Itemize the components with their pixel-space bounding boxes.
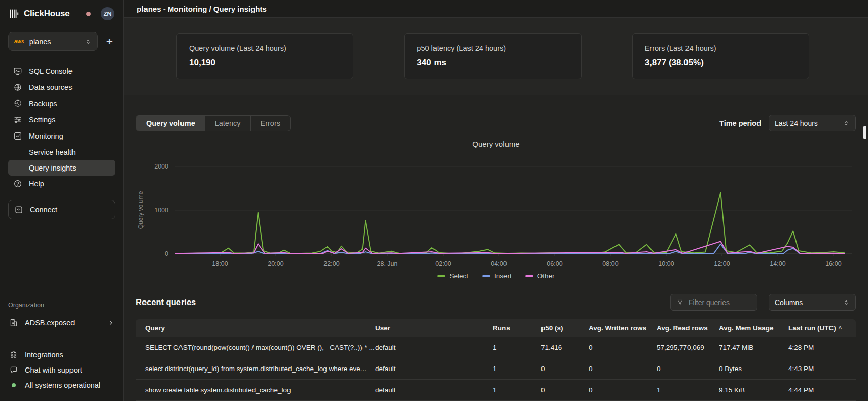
status-dot-icon (9, 381, 18, 390)
logo-text: ClickHouse (24, 9, 70, 19)
tabs-row: Query volume Latency Errors Time period … (136, 115, 856, 131)
cell-runs: 1 (493, 365, 541, 373)
table-header-row: QueryUserRunsp50 (s)Avg. Written rowsAvg… (136, 319, 856, 337)
sidebar-nav: SQL ConsoleData sourcesBackupsSettingsMo… (8, 63, 115, 192)
column-header-user[interactable]: User (375, 324, 493, 332)
organization-label: Organization (8, 302, 115, 309)
recent-queries-section: Recent queries Filter queries Columns (136, 294, 856, 401)
add-service-button[interactable]: + (104, 36, 115, 47)
legend-swatch (482, 275, 490, 277)
avatar[interactable]: ZN (101, 7, 114, 20)
legend-swatch (437, 275, 445, 277)
help-icon (13, 179, 22, 188)
columns-label: Columns (775, 298, 803, 307)
table-row[interactable]: SELECT CAST(round(pow(count() / max(coun… (136, 337, 856, 358)
sidebar-item-label: Service health (29, 148, 76, 156)
chart-title: Query volume (136, 140, 856, 148)
cell-avg-written-rows: 0 (589, 386, 657, 394)
clickhouse-logo-icon (9, 9, 19, 19)
stat-value: 3,877 (38.05%) (645, 58, 797, 68)
cell-avg-read-rows: 1 (657, 386, 719, 394)
cell-p50-s: 71.416 (541, 344, 589, 351)
cell-p50-s: 0 (541, 365, 589, 373)
table-row[interactable]: select distrinct(query_id) from system.d… (136, 358, 856, 380)
table-row[interactable]: show create table system.distributed_cac… (136, 380, 856, 401)
chart-canvas[interactable]: 01000200018:0020:0022:0028. Jun02:0004:0… (136, 149, 856, 271)
organization-section: Organization ADSB.exposed (8, 302, 115, 330)
sidebar-item-help[interactable]: Help (8, 176, 115, 192)
scrollbar-thumb[interactable] (863, 126, 866, 139)
cell-avg-written-rows: 0 (589, 365, 657, 373)
sidebar-item-data-sources[interactable]: Data sources (8, 79, 115, 95)
sidebar-item-backups[interactable]: Backups (8, 95, 115, 112)
footer-item-label: All systems operational (25, 381, 100, 389)
chevrons-up-down-icon (843, 299, 850, 306)
legend-item-other[interactable]: Other (525, 272, 555, 280)
column-header-query[interactable]: Query (145, 324, 375, 332)
sidebar-item-monitoring[interactable]: Monitoring (8, 128, 115, 144)
cell-user: default (375, 386, 493, 394)
x-tick-label: 10:00 (658, 260, 674, 268)
connect-button[interactable]: Connect (8, 200, 115, 219)
time-period-control: Time period Last 24 hours (719, 115, 856, 131)
x-tick-label: 28. Jun (377, 260, 397, 268)
sidebar-subitem-query-insights[interactable]: Query insights (8, 160, 115, 176)
column-header-p50-s[interactable]: p50 (s) (541, 324, 589, 332)
sidebar-subitem-service-health[interactable]: Service health (8, 144, 115, 160)
y-axis-label: Query volume (137, 191, 144, 229)
settings-icon (13, 115, 22, 124)
x-tick-label: 16:00 (825, 260, 841, 268)
monitoring-icon (13, 131, 22, 141)
tab-latency[interactable]: Latency (205, 116, 251, 131)
column-header-avg-mem-usage[interactable]: Avg. Mem Usage (719, 324, 788, 332)
puzzle-icon (9, 350, 18, 359)
column-header-avg-read-rows[interactable]: Avg. Read rows (657, 324, 719, 332)
organization-item[interactable]: ADSB.exposed (8, 315, 115, 330)
chevron-right-icon (107, 319, 114, 326)
service-name: planes (29, 38, 51, 46)
column-header-runs[interactable]: Runs (493, 324, 541, 332)
y-tick-label: 0 (165, 250, 168, 257)
x-tick-label: 12:00 (714, 260, 730, 268)
chevrons-up-down-icon (843, 120, 850, 127)
time-period-select[interactable]: Last 24 hours (769, 115, 856, 131)
aws-provider-icon: aws (14, 39, 24, 44)
connect-label: Connect (30, 206, 57, 214)
service-selector[interactable]: aws planes (8, 32, 98, 51)
stat-card-p50-latency: p50 latency (Last 24 hours) 340 ms (404, 33, 581, 79)
tab-query-volume[interactable]: Query volume (136, 116, 205, 131)
sidebar-footer-integrations[interactable]: Integrations (9, 347, 114, 362)
legend-label: Insert (494, 272, 512, 280)
filter-queries-input[interactable]: Filter queries (670, 294, 757, 311)
connect-icon (14, 205, 23, 214)
legend-label: Other (537, 272, 555, 280)
legend-item-insert[interactable]: Insert (482, 272, 512, 280)
sidebar-footer-chat-with-support[interactable]: Chat with support (9, 362, 114, 378)
filter-placeholder: Filter queries (689, 298, 730, 307)
sidebar-footer-all-systems-operational[interactable]: All systems operational (9, 378, 114, 393)
sidebar-item-label: SQL Console (29, 67, 73, 75)
tab-errors[interactable]: Errors (251, 116, 290, 131)
chart-tab-group: Query volume Latency Errors (136, 115, 291, 131)
cell-query: SELECT CAST(round(pow(count() / max(coun… (145, 344, 375, 351)
sidebar-item-label: Help (29, 180, 44, 188)
building-icon (9, 318, 18, 327)
column-header-last-run-utc[interactable]: Last run (UTC)^ (788, 324, 856, 332)
stat-card-errors: Errors (Last 24 hours) 3,877 (38.05%) (632, 33, 809, 79)
chat-icon (9, 365, 18, 375)
service-row: aws planes + (8, 32, 115, 51)
sidebar-item-sql-console[interactable]: SQL Console (8, 63, 115, 79)
legend-item-select[interactable]: Select (437, 272, 468, 280)
stat-value: 340 ms (417, 58, 568, 68)
sidebar-footer: IntegrationsChat with supportAll systems… (8, 339, 115, 396)
chevrons-up-down-icon (85, 38, 92, 45)
funnel-icon (676, 298, 684, 306)
column-header-avg-written-rows[interactable]: Avg. Written rows (589, 324, 657, 332)
sidebar-item-settings[interactable]: Settings (8, 112, 115, 128)
cell-last-run-utc: 4:28 PM (788, 344, 856, 351)
columns-select[interactable]: Columns (769, 294, 856, 311)
cell-user: default (375, 365, 493, 373)
legend-label: Select (449, 272, 468, 280)
cell-runs: 1 (493, 344, 541, 351)
notification-dot (86, 12, 91, 16)
